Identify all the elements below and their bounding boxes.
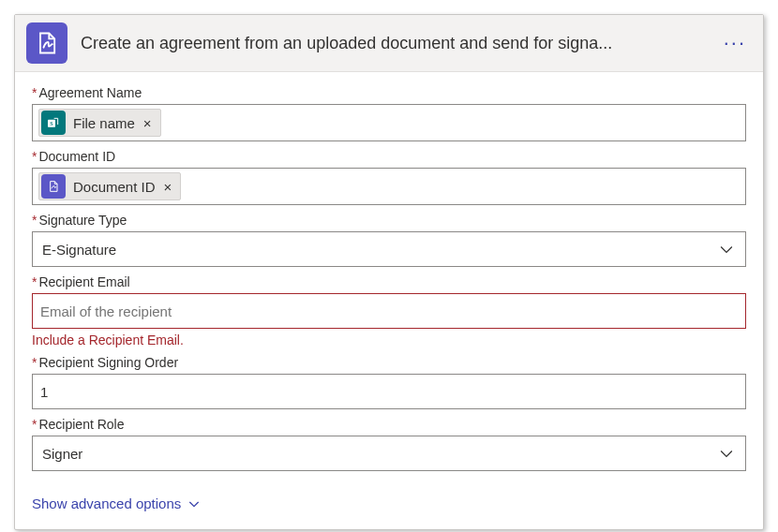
card-menu-button[interactable]: ··· — [718, 31, 752, 55]
token-document-id[interactable]: Document ID × — [38, 172, 181, 200]
input-recipient-email[interactable] — [32, 293, 746, 329]
recipient-signing-order-field[interactable] — [38, 383, 740, 401]
token-file-name[interactable]: S File name × — [38, 109, 161, 137]
select-signature-type[interactable]: E-Signature — [32, 231, 746, 267]
chevron-down-icon — [717, 444, 736, 463]
advanced-options-label: Show advanced options — [32, 495, 181, 511]
sharepoint-icon: S — [41, 111, 66, 135]
required-indicator: * — [32, 213, 37, 228]
field-recipient-signing-order: *Recipient Signing Order — [32, 355, 746, 409]
field-recipient-role: *Recipient Role Signer — [32, 417, 746, 471]
chevron-down-icon — [717, 240, 736, 259]
required-indicator: * — [32, 355, 37, 370]
input-recipient-signing-order[interactable] — [32, 374, 746, 409]
token-remove-icon[interactable]: × — [141, 115, 155, 131]
token-label: Document ID — [73, 179, 156, 195]
token-remove-icon[interactable]: × — [161, 179, 175, 195]
field-document-id: *Document ID Document ID × — [32, 149, 746, 205]
card-title: Create an agreement from an uploaded doc… — [81, 34, 718, 53]
token-label: File name — [73, 115, 135, 131]
label-agreement-name: *Agreement Name — [32, 85, 746, 100]
select-value: Signer — [42, 446, 82, 462]
input-agreement-name[interactable]: S File name × — [32, 104, 746, 141]
field-signature-type: *Signature Type E-Signature — [32, 213, 746, 267]
adobe-sign-icon — [26, 22, 67, 64]
select-value: E-Signature — [42, 242, 116, 258]
required-indicator: * — [32, 274, 37, 289]
field-recipient-email: *Recipient Email Include a Recipient Ema… — [32, 274, 746, 347]
label-recipient-role: *Recipient Role — [32, 417, 746, 432]
error-recipient-email: Include a Recipient Email. — [32, 332, 746, 347]
required-indicator: * — [32, 149, 37, 164]
action-card: Create an agreement from an uploaded doc… — [14, 14, 764, 530]
required-indicator: * — [32, 417, 37, 432]
card-body: *Agreement Name S File name × — [15, 72, 763, 529]
select-recipient-role[interactable]: Signer — [32, 436, 746, 471]
input-document-id[interactable]: Document ID × — [32, 168, 746, 205]
chevron-down-icon — [187, 496, 202, 511]
label-recipient-email: *Recipient Email — [32, 274, 746, 289]
required-indicator: * — [32, 85, 37, 100]
adobe-sign-icon — [41, 174, 66, 199]
recipient-email-field[interactable] — [38, 303, 740, 320]
field-agreement-name: *Agreement Name S File name × — [32, 85, 746, 141]
show-advanced-options[interactable]: Show advanced options — [32, 495, 202, 511]
label-document-id: *Document ID — [32, 149, 746, 164]
label-signature-type: *Signature Type — [32, 213, 746, 228]
card-header[interactable]: Create an agreement from an uploaded doc… — [15, 15, 763, 72]
label-recipient-signing-order: *Recipient Signing Order — [32, 355, 746, 370]
